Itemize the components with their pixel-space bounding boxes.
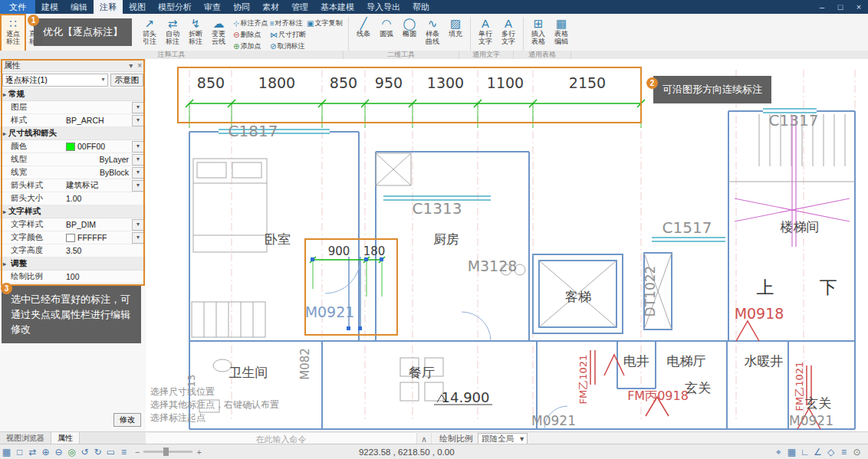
view-back-icon[interactable]: ↺ (78, 445, 91, 459)
property-value: 00FF00 (77, 142, 105, 151)
tab-assets[interactable]: 素材 (256, 0, 285, 14)
selection-dropdown[interactable]: 逐点标注(1) ▾ (2, 74, 108, 87)
dropdown-arrow-icon[interactable]: ▾ (132, 167, 144, 179)
zoom-slider-handle[interactable] (163, 448, 169, 456)
tool-auto-dimension[interactable]: ⇄ 自动标注 (161, 15, 184, 52)
tool-multi-line-text[interactable]: A 多行文字 (497, 15, 520, 52)
drawing-canvas[interactable]: 850 1800 850 950 1300 1100 2150 900 180 … (146, 59, 868, 431)
tab-help[interactable]: 帮助 (406, 0, 436, 14)
select-window-icon[interactable]: □ (13, 445, 26, 459)
tab-annotation[interactable]: 注释 (94, 0, 123, 14)
tool-insert-table[interactable]: ⊞ 插入表格 (527, 15, 550, 52)
property-value: ByBlock (66, 168, 132, 177)
grid-snap-icon[interactable]: ▦ (785, 445, 798, 459)
tool-copy-text[interactable]: ▣文字复制 (307, 18, 345, 29)
preview-button[interactable]: 示意图 (110, 74, 144, 87)
tool-spline[interactable]: ∿ 样条曲线 (421, 15, 444, 52)
viewcube-icon[interactable]: ▦ (0, 445, 13, 459)
tool-single-line-text[interactable]: A 单行文字 (474, 15, 497, 52)
property-row-text-style[interactable]: 文字样式 BP_DIM ▾ (0, 218, 146, 231)
tool-line[interactable]: ╱ 线条 (352, 15, 375, 52)
tab-modeling[interactable]: 建模 (35, 0, 64, 14)
property-row-style[interactable]: 样式 BP_ARCH ▾ (0, 114, 146, 127)
zoom-in-icon[interactable]: ⊕ (39, 445, 52, 459)
dropdown-arrow-icon[interactable]: ▾ (132, 180, 144, 192)
property-row-layer[interactable]: 图层 ▾ (0, 101, 146, 114)
layer-panel-icon[interactable]: ≡ (117, 445, 130, 459)
zoom-plus-icon[interactable]: + (196, 448, 201, 457)
tool-arrow-leader[interactable]: ↗ 箭头引注 (138, 15, 161, 52)
otrack-icon[interactable]: ◇ (824, 445, 837, 459)
property-row-arrow-style[interactable]: 箭头样式 建筑标记 ▾ (0, 179, 146, 192)
osnap-icon[interactable]: ⌖ (772, 445, 785, 459)
property-row-lineweight[interactable]: 线宽 ByBlock ▾ (0, 166, 146, 179)
tool-dimension-break[interactable]: ⋈尺寸打断 (270, 29, 307, 41)
tool-hatch[interactable]: ▨ 填充 (444, 15, 467, 52)
property-row-text-color[interactable]: 文字颜色 FFFFFF ▾ (0, 231, 146, 244)
polar-icon[interactable]: ∠ (811, 445, 824, 459)
section-general[interactable]: ▸常规 (0, 88, 146, 101)
tool-edit-table[interactable]: ▦ 表格编辑 (550, 15, 573, 52)
tool-dimension-by-points[interactable]: ∷ 逐点标注 (2, 15, 25, 52)
view-forward-icon[interactable]: ↻ (91, 445, 104, 459)
revision-cloud-icon: ☁ (213, 17, 225, 30)
section-adjust[interactable]: ▸调整 (0, 257, 146, 270)
tab-review[interactable]: 审查 (198, 0, 227, 14)
zoom-extents-icon[interactable]: ◎ (65, 445, 78, 459)
dropdown-arrow-icon[interactable]: ▾ (132, 154, 144, 166)
group-annotation-tools[interactable]: 注释工具 (0, 51, 344, 59)
tool-align-points[interactable]: ⊹标注齐点 (233, 18, 270, 29)
tool-delete-point[interactable]: ⊖删除点 (233, 29, 270, 41)
window-controls: – □ × (813, 0, 868, 14)
maximize-icon[interactable]: □ (831, 0, 850, 14)
tab-collaborate[interactable]: 协同 (227, 0, 256, 14)
dropdown-arrow-icon[interactable]: ▾ (132, 219, 144, 231)
ortho-icon[interactable]: ∟ (798, 445, 811, 459)
lineweight-icon[interactable]: ≡ (837, 445, 850, 459)
section-dim-line-arrow[interactable]: ▸尺寸线和箭头 (0, 127, 146, 140)
tab-view[interactable]: 视图 (123, 0, 152, 14)
dropdown-arrow-icon[interactable]: ▾ (132, 115, 144, 126)
settings-icon[interactable]: ⊙ (850, 445, 863, 459)
label-fm-bing-0918: FM丙0918 (627, 389, 689, 403)
tool-revision-cloud[interactable]: ☁ 变更云线 (207, 15, 230, 52)
zoom-slider[interactable]: − + (135, 448, 202, 457)
group-2d-tools[interactable]: 二维工具 (344, 51, 459, 59)
minimize-icon[interactable]: – (813, 0, 831, 14)
tab-import-export[interactable]: 导入导出 (360, 0, 406, 14)
property-row-arrow-size[interactable]: 箭头大小 1.00 (0, 192, 146, 205)
property-row-linetype[interactable]: 线型 ByLayer ▾ (0, 153, 146, 166)
dropdown-arrow-icon[interactable]: ▾ (132, 102, 144, 113)
zoom-out-icon[interactable]: ⊖ (52, 445, 65, 459)
tool-align-dimension[interactable]: ≡对齐标注 (270, 18, 307, 29)
tab-model-analysis[interactable]: 模型分析 (152, 0, 198, 14)
group-general-text[interactable]: 通用文字 (459, 51, 514, 59)
panel-close-icon[interactable]: × (137, 61, 142, 70)
tab-basic-modeling[interactable]: 基本建模 (314, 0, 360, 14)
tool-ellipse[interactable]: ◯ 椭圆 (398, 15, 421, 52)
tool-arc[interactable]: ◠ 圆弧 (375, 15, 398, 52)
property-value: 1.00 (66, 194, 146, 203)
zoom-slider-track[interactable] (143, 451, 192, 453)
dropdown-arrow-icon[interactable]: ▾ (132, 141, 144, 152)
property-row-color[interactable]: 颜色 00FF00 ▾ (0, 140, 146, 153)
property-row-scale[interactable]: 绘制比例 100 (0, 270, 146, 284)
dropdown-arrow-icon[interactable]: ▾ (132, 232, 144, 244)
modify-button[interactable]: 修改 (113, 413, 141, 427)
pan-icon[interactable]: ⇄ (26, 445, 39, 459)
tab-manage[interactable]: 管理 (285, 0, 314, 14)
zoom-minus-icon[interactable]: − (135, 448, 140, 457)
tool-label: 逐点标注 (5, 30, 21, 45)
group-general-table[interactable]: 通用表格 (514, 51, 571, 59)
tab-edit[interactable]: 编辑 (64, 0, 94, 14)
file-menu-button[interactable]: 文件 (0, 0, 35, 14)
tool-break-dimension[interactable]: ↯ 折断标注 (184, 15, 207, 52)
dim-value: 180 (363, 244, 386, 258)
close-icon[interactable]: × (850, 0, 868, 14)
viewport-icon[interactable]: ▭ (104, 445, 117, 459)
section-text-style[interactable]: ▸文字样式 (0, 205, 146, 218)
panel-collapse-icon[interactable]: ▾ (129, 61, 133, 70)
draw-scale-dropdown[interactable]: 跟随全局 ▾ (478, 433, 528, 444)
property-row-text-height[interactable]: 文字高度 3.50 (0, 244, 146, 257)
section-label: 文字样式 (8, 206, 41, 217)
